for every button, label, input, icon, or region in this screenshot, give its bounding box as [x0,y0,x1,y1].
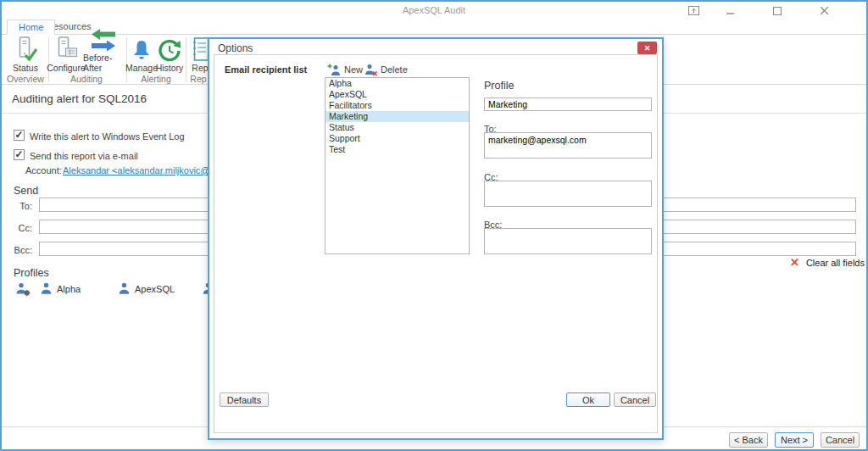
profile-item-alpha[interactable]: Alpha [41,282,81,295]
dialog-body: Email recipient list New Delete Alpha [214,54,658,433]
group-label-auditing: Auditing [49,74,124,84]
manage-button-label: Manage [125,63,158,73]
server-configure-icon [54,36,79,62]
history-button[interactable]: History [155,36,184,73]
account-label: Account: [25,165,62,175]
event-log-checkbox-label: Write this alert to Windows Event Log [30,131,185,142]
profile-section-title: Profile [484,80,514,92]
dialog-bcc-textarea[interactable] [484,228,652,254]
status-button-label: Status [13,63,38,73]
defaults-button[interactable]: Defaults [220,393,269,407]
app-window: ApexSQL Audit Home Resources Status Over… [0,0,868,451]
before-after-button[interactable]: Before-After [83,36,124,73]
manage-button[interactable]: Manage [129,36,154,73]
dialog-title: Options [218,42,253,54]
list-item[interactable]: Support [326,133,469,144]
reports-button-label: Rep [192,63,208,73]
list-item[interactable]: ApexSQL [326,89,469,100]
bcc-label: Bcc: [8,245,32,255]
group-label-overview: Overview [3,74,47,84]
page-title: Auditing alert for SQL2016 [12,92,147,105]
ribbon-separator [186,37,186,82]
before-after-arrows-icon [91,29,116,52]
delete-recipient-button[interactable]: Delete [364,62,408,77]
profiles-section-title: Profiles [14,267,49,279]
list-item[interactable]: Facilitators [326,100,469,111]
status-button[interactable]: Status [7,36,44,73]
group-label-reports: Rep [187,74,209,84]
options-dialog: Options ✕ Email recipient list New Delet… [208,37,664,440]
report-icon [192,36,209,62]
person-icon [119,282,130,295]
history-icon [159,36,181,62]
dialog-cancel-button[interactable]: Cancel [614,393,656,407]
delete-button-label: Delete [381,64,408,75]
clear-all-label: Clear all fields [806,258,865,268]
minimize-icon[interactable] [724,5,737,16]
list-item[interactable]: Status [326,122,469,133]
recipient-list[interactable]: Alpha ApexSQL Facilitators Marketing Sta… [325,77,470,254]
configure-button[interactable]: Configure [50,36,82,73]
dialog-close-icon[interactable]: ✕ [637,42,657,54]
to-label: To: [8,201,32,211]
profile-item-apexsql[interactable]: ApexSQL [119,282,175,295]
group-label-alerting: Alerting [127,74,185,84]
new-person-icon [327,64,342,76]
list-item[interactable]: Test [326,144,469,155]
ok-button[interactable]: Ok [566,393,610,407]
new-recipient-button[interactable]: New [327,62,363,77]
email-report-checkbox[interactable]: ✓ [14,149,25,160]
new-button-label: New [344,64,363,75]
next-button[interactable]: Next > [775,432,814,448]
configure-button-label: Configure [47,63,86,73]
delete-person-icon [364,64,378,76]
history-button-label: History [156,63,184,73]
profile-name-input[interactable] [484,97,652,111]
send-section-title: Send [14,185,38,197]
profile-label: ApexSQL [135,284,175,294]
clear-all-fields-button[interactable]: ✕ Clear all fields [790,256,865,269]
person-icon [41,282,52,295]
tab-home[interactable]: Home [7,19,55,35]
dialog-to-textarea[interactable]: marketing@apexsql.com [484,132,652,159]
close-icon[interactable] [818,5,832,16]
clear-all-x-icon: ✕ [790,256,799,269]
server-status-icon [14,36,37,62]
cc-label: Cc: [8,223,32,233]
before-after-button-label: Before-After [83,53,124,73]
email-report-checkbox-label: Send this report via e-mail [30,151,138,161]
email-recipient-list-label: Email recipient list [225,64,307,75]
tab-separator [2,34,866,35]
list-item-selected[interactable]: Marketing [326,111,469,122]
back-button[interactable]: < Back [729,432,768,448]
event-log-checkbox[interactable]: ✓ [14,130,25,141]
pin-ribbon-icon[interactable] [687,5,700,16]
manage-profiles-icon[interactable] [15,282,31,297]
list-item[interactable]: Alpha [326,78,469,89]
profile-label: Alpha [57,284,81,294]
maximize-icon[interactable] [771,5,784,16]
bell-icon [132,36,151,62]
dialog-cc-textarea[interactable] [484,181,652,207]
footer-cancel-button[interactable]: Cancel [821,432,860,448]
